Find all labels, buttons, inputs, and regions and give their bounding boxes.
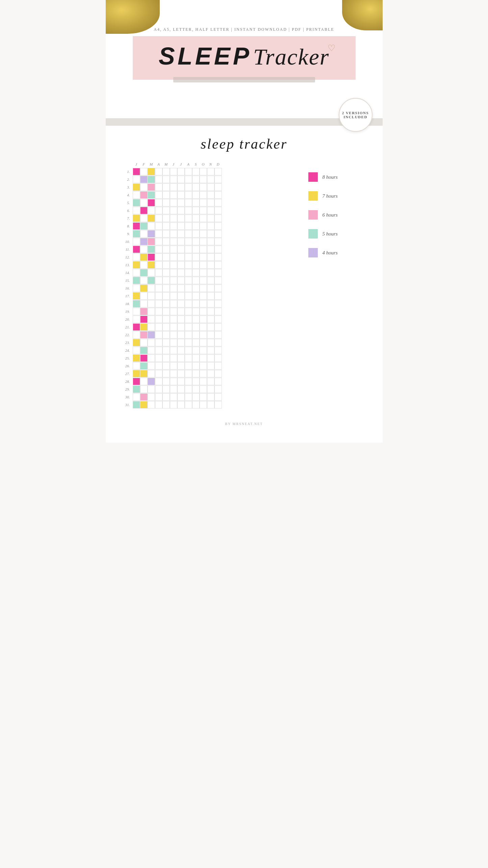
grid-cell[interactable] — [170, 378, 177, 385]
grid-cell[interactable] — [214, 284, 222, 292]
grid-cell[interactable] — [177, 183, 185, 191]
grid-cell[interactable] — [133, 292, 140, 300]
grid-cell[interactable] — [185, 354, 192, 362]
grid-cell[interactable] — [207, 308, 214, 315]
grid-cell[interactable] — [214, 191, 222, 199]
grid-cell[interactable] — [140, 362, 148, 370]
grid-cell[interactable] — [162, 253, 170, 261]
grid-cell[interactable] — [177, 168, 185, 175]
grid-cell[interactable] — [155, 393, 162, 401]
grid-cell[interactable] — [148, 284, 155, 292]
grid-cell[interactable] — [162, 354, 170, 362]
grid-cell[interactable] — [200, 191, 207, 199]
grid-cell[interactable] — [162, 230, 170, 238]
grid-cell[interactable] — [200, 222, 207, 230]
grid-cell[interactable] — [148, 316, 155, 323]
grid-cell[interactable] — [192, 378, 200, 385]
grid-cell[interactable] — [170, 246, 177, 253]
grid-cell[interactable] — [207, 292, 214, 300]
grid-cell[interactable] — [140, 215, 148, 222]
grid-cell[interactable] — [133, 362, 140, 370]
grid-cell[interactable] — [214, 370, 222, 377]
grid-cell[interactable] — [162, 215, 170, 222]
grid-cell[interactable] — [200, 354, 207, 362]
grid-cell[interactable] — [170, 393, 177, 401]
grid-cell[interactable] — [177, 378, 185, 385]
grid-cell[interactable] — [177, 284, 185, 292]
grid-cell[interactable] — [148, 386, 155, 393]
grid-cell[interactable] — [207, 238, 214, 245]
grid-cell[interactable] — [170, 323, 177, 331]
grid-cell[interactable] — [200, 370, 207, 377]
grid-cell[interactable] — [133, 323, 140, 331]
grid-cell[interactable] — [200, 393, 207, 401]
grid-cell[interactable] — [214, 331, 222, 339]
grid-cell[interactable] — [140, 277, 148, 284]
grid-cell[interactable] — [140, 292, 148, 300]
grid-cell[interactable] — [185, 300, 192, 307]
grid-cell[interactable] — [170, 300, 177, 307]
grid-cell[interactable] — [170, 292, 177, 300]
grid-cell[interactable] — [148, 207, 155, 214]
grid-cell[interactable] — [200, 378, 207, 385]
grid-cell[interactable] — [162, 393, 170, 401]
grid-cell[interactable] — [133, 269, 140, 276]
grid-cell[interactable] — [170, 199, 177, 206]
grid-cell[interactable] — [214, 300, 222, 307]
grid-cell[interactable] — [155, 230, 162, 238]
grid-cell[interactable] — [170, 253, 177, 261]
grid-cell[interactable] — [177, 362, 185, 370]
grid-cell[interactable] — [133, 284, 140, 292]
grid-cell[interactable] — [170, 183, 177, 191]
grid-cell[interactable] — [155, 323, 162, 331]
grid-cell[interactable] — [207, 370, 214, 377]
grid-cell[interactable] — [200, 284, 207, 292]
grid-cell[interactable] — [214, 354, 222, 362]
grid-cell[interactable] — [155, 168, 162, 175]
grid-cell[interactable] — [192, 316, 200, 323]
grid-cell[interactable] — [200, 207, 207, 214]
grid-cell[interactable] — [200, 253, 207, 261]
grid-cell[interactable] — [155, 370, 162, 377]
grid-cell[interactable] — [133, 183, 140, 191]
grid-cell[interactable] — [133, 246, 140, 253]
grid-cell[interactable] — [177, 222, 185, 230]
grid-cell[interactable] — [148, 339, 155, 346]
grid-cell[interactable] — [185, 284, 192, 292]
grid-cell[interactable] — [140, 253, 148, 261]
grid-cell[interactable] — [170, 386, 177, 393]
grid-cell[interactable] — [214, 393, 222, 401]
grid-cell[interactable] — [192, 168, 200, 175]
grid-cell[interactable] — [148, 393, 155, 401]
grid-cell[interactable] — [148, 253, 155, 261]
grid-cell[interactable] — [214, 222, 222, 230]
grid-cell[interactable] — [207, 176, 214, 183]
grid-cell[interactable] — [214, 199, 222, 206]
grid-cell[interactable] — [170, 168, 177, 175]
grid-cell[interactable] — [148, 378, 155, 385]
grid-cell[interactable] — [207, 222, 214, 230]
grid-cell[interactable] — [185, 230, 192, 238]
grid-cell[interactable] — [162, 308, 170, 315]
grid-cell[interactable] — [207, 386, 214, 393]
grid-cell[interactable] — [200, 386, 207, 393]
grid-cell[interactable] — [155, 284, 162, 292]
grid-cell[interactable] — [207, 215, 214, 222]
grid-cell[interactable] — [155, 308, 162, 315]
grid-cell[interactable] — [177, 292, 185, 300]
grid-cell[interactable] — [140, 183, 148, 191]
grid-cell[interactable] — [214, 168, 222, 175]
grid-cell[interactable] — [214, 261, 222, 269]
grid-cell[interactable] — [185, 253, 192, 261]
grid-cell[interactable] — [162, 168, 170, 175]
grid-cell[interactable] — [133, 277, 140, 284]
grid-cell[interactable] — [133, 370, 140, 377]
grid-cell[interactable] — [214, 316, 222, 323]
grid-cell[interactable] — [155, 378, 162, 385]
grid-cell[interactable] — [170, 401, 177, 408]
grid-cell[interactable] — [140, 316, 148, 323]
grid-cell[interactable] — [140, 331, 148, 339]
grid-cell[interactable] — [155, 401, 162, 408]
grid-cell[interactable] — [214, 253, 222, 261]
grid-cell[interactable] — [170, 207, 177, 214]
